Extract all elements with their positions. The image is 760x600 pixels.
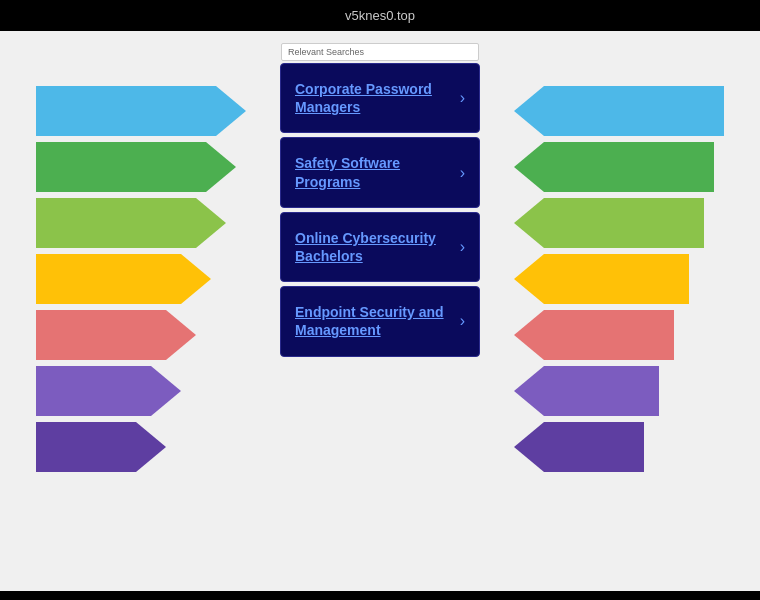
- menu-item-arrow-1: ›: [460, 164, 465, 182]
- chevron-right-purple: [514, 366, 659, 416]
- menu-item-label-1: Safety Software Programs: [295, 154, 452, 190]
- menu-item-3[interactable]: Endpoint Security and Management ›: [280, 286, 480, 356]
- chevron-left-yellow: [36, 254, 211, 304]
- chevron-left-dark-purple: [36, 422, 166, 472]
- chevron-right-dark-purple: [514, 422, 644, 472]
- chevron-right-orange: [514, 310, 674, 360]
- search-bar: Relevant Searches: [281, 43, 479, 61]
- menu-container: Corporate Password Managers › Safety Sof…: [280, 63, 480, 357]
- chevron-right-blue: [514, 86, 724, 136]
- main-area: Relevant Searches Corporate Password Man…: [0, 31, 760, 591]
- left-chevrons: [36, 86, 246, 475]
- chevron-right-green: [514, 142, 714, 192]
- menu-item-arrow-3: ›: [460, 312, 465, 330]
- menu-item-2[interactable]: Online Cybersecurity Bachelors ›: [280, 212, 480, 282]
- menu-item-0[interactable]: Corporate Password Managers ›: [280, 63, 480, 133]
- chevron-left-purple: [36, 366, 181, 416]
- right-chevrons: [514, 86, 724, 475]
- chevron-left-green: [36, 142, 236, 192]
- domain-label: v5knes0.top: [345, 8, 415, 23]
- chevron-left-yellow-green: [36, 198, 226, 248]
- chevron-left-blue: [36, 86, 246, 136]
- menu-item-arrow-2: ›: [460, 238, 465, 256]
- search-placeholder: Relevant Searches: [288, 47, 364, 57]
- menu-item-label-0: Corporate Password Managers: [295, 80, 452, 116]
- menu-item-arrow-0: ›: [460, 89, 465, 107]
- menu-item-label-2: Online Cybersecurity Bachelors: [295, 229, 452, 265]
- chevron-right-yellow-green: [514, 198, 704, 248]
- chevron-left-orange: [36, 310, 196, 360]
- chevron-right-yellow: [514, 254, 689, 304]
- menu-item-label-3: Endpoint Security and Management: [295, 303, 452, 339]
- menu-item-1[interactable]: Safety Software Programs ›: [280, 137, 480, 207]
